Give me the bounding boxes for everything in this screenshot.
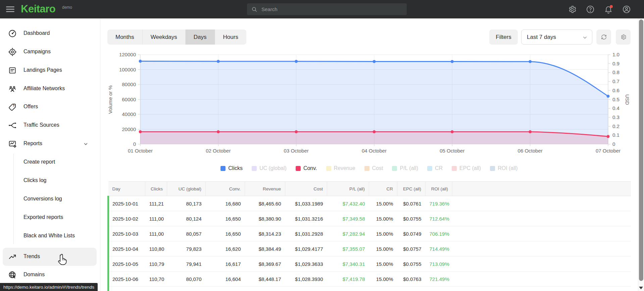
conv--point bbox=[295, 130, 298, 133]
cell-revenue: $8,314.23 bbox=[245, 226, 285, 241]
sidebar-item-affiliate-networks[interactable]: Affiliate Networks bbox=[0, 80, 100, 98]
tab-months[interactable]: Months bbox=[107, 30, 143, 45]
settings-gear-icon[interactable] bbox=[567, 5, 577, 14]
cell-clicks: 110,80 bbox=[145, 241, 167, 256]
legend-item-p-l-all-[interactable]: P/L (all) bbox=[392, 165, 418, 171]
sidebar-item-landings-pages[interactable]: Landings Pages bbox=[0, 61, 100, 79]
legend-item-uc-global-[interactable]: UC (global) bbox=[252, 165, 287, 171]
svg-text:07 October: 07 October bbox=[596, 148, 621, 154]
sidebar-item-clicks-log[interactable]: Clicks log bbox=[0, 172, 100, 190]
cell-revenue: $1,222.24 bbox=[245, 287, 285, 291]
cell-clicks: 11,40 bbox=[145, 287, 167, 291]
legend-item-conv-[interactable]: Conv. bbox=[296, 165, 317, 171]
sidebar-item-offers[interactable]: $Offers bbox=[0, 98, 100, 116]
help-icon[interactable] bbox=[586, 5, 595, 14]
legend-label: P/L (all) bbox=[400, 165, 418, 171]
chart-settings-button[interactable] bbox=[616, 30, 631, 45]
refresh-button[interactable] bbox=[596, 30, 611, 45]
legend-item-revenue[interactable]: Revenue bbox=[326, 165, 355, 171]
cell-conv-: 16,650 bbox=[206, 226, 245, 241]
cell-cost: $1,029.3633 bbox=[285, 256, 327, 272]
svg-text:0: 0 bbox=[133, 141, 136, 147]
sidebar-item-label: Exported reports bbox=[23, 214, 63, 220]
clicks-point bbox=[139, 60, 142, 63]
sidebar-item-label: Conversions log bbox=[23, 196, 62, 202]
cell-cr: 15.00% bbox=[369, 272, 397, 287]
tab-days[interactable]: Days bbox=[186, 30, 215, 45]
cell-uc-global-: 79,941 bbox=[167, 256, 206, 272]
cell-conv-: 16,650 bbox=[206, 211, 245, 226]
sidebar-item-trends[interactable]: Trends bbox=[3, 248, 97, 266]
chevron-down-icon bbox=[582, 35, 588, 41]
sidebar-item-label: Domains bbox=[23, 272, 45, 278]
granularity-tabs: MonthsWeekdaysDaysHours bbox=[107, 30, 246, 45]
clicks-point bbox=[373, 60, 376, 63]
svg-text:40000: 40000 bbox=[122, 111, 136, 117]
app-window: Keitaro demo DashboardCampaignsLandings … bbox=[0, 0, 644, 291]
cell-epc-all-: $0.0761 bbox=[397, 196, 426, 211]
user-icon[interactable] bbox=[622, 5, 631, 14]
sidebar-item-domains[interactable]: Domains bbox=[0, 266, 100, 284]
cell-clicks: 111,21 bbox=[145, 196, 167, 211]
hamburger-menu-button[interactable] bbox=[6, 5, 15, 13]
cell-day: 2025-10-06 bbox=[108, 272, 145, 287]
bell-icon[interactable] bbox=[604, 5, 613, 14]
trends-icon bbox=[8, 252, 17, 261]
sidebar-item-exported-reports[interactable]: Exported reports bbox=[0, 209, 100, 227]
filters-button[interactable]: Filters bbox=[489, 30, 518, 45]
cell-day: 2025-10-02 bbox=[108, 211, 145, 226]
cell-cr: 15.00% bbox=[369, 241, 397, 256]
column-header-p-l-all-: P/L (all) bbox=[327, 182, 369, 196]
legend-label: Conv. bbox=[303, 165, 317, 171]
svg-text:1.0: 1.0 bbox=[612, 52, 620, 57]
vertical-scrollbar-thumb[interactable] bbox=[639, 19, 643, 281]
sidebar-item-campaigns[interactable]: Campaigns bbox=[0, 43, 100, 61]
clicks-point bbox=[295, 60, 298, 63]
date-range-value: Last 7 days bbox=[527, 34, 556, 41]
legend-item-clicks[interactable]: Clicks bbox=[220, 165, 243, 171]
svg-text:01 October: 01 October bbox=[128, 148, 153, 154]
date-range-select[interactable]: Last 7 days bbox=[521, 30, 592, 45]
sidebar-item-reports[interactable]: Reports bbox=[0, 135, 100, 153]
conv--point bbox=[373, 130, 376, 133]
legend-item-roi-all-[interactable]: ROI (all) bbox=[490, 165, 518, 171]
keitaro-logo[interactable]: Keitaro bbox=[21, 3, 55, 15]
search-input[interactable] bbox=[261, 6, 407, 12]
legend-item-cost[interactable]: Cost bbox=[364, 165, 383, 171]
cell-day: 2025-10-05 bbox=[108, 256, 145, 272]
svg-text:100000: 100000 bbox=[119, 67, 136, 72]
table-row: 2025-10-03111,0080,05716,650$8,314.23$1,… bbox=[108, 226, 631, 241]
scrollbar-down-arrow[interactable] bbox=[639, 287, 643, 289]
svg-text:80000: 80000 bbox=[122, 81, 136, 87]
conv--point bbox=[607, 135, 610, 138]
legend-swatch bbox=[490, 166, 495, 171]
sidebar-item-label: Black and White Lists bbox=[23, 233, 75, 239]
cell-roi-all-: 706.19% bbox=[426, 226, 452, 241]
sidebar-item-traffic-sources[interactable]: Traffic Sources bbox=[0, 116, 100, 134]
legend-item-epc-all-[interactable]: EPC (all) bbox=[452, 165, 481, 171]
table-row: 2025-10-05110,7979,94116,617$8,369.67$1,… bbox=[108, 256, 631, 272]
chevron-down-icon bbox=[83, 141, 89, 148]
cell-epc-all-: $0.0757 bbox=[397, 241, 426, 256]
legend-item-cr[interactable]: CR bbox=[427, 165, 443, 171]
tab-weekdays[interactable]: Weekdays bbox=[143, 30, 186, 45]
campaigns-icon bbox=[8, 48, 17, 56]
sidebar-item-create-report[interactable]: Create report bbox=[0, 153, 100, 171]
sidebar-item-label: Create report bbox=[23, 159, 55, 165]
legend-swatch bbox=[296, 166, 301, 171]
cell-epc-all-: $0.0746 bbox=[397, 287, 426, 291]
table-row: 2025-10-06110,7080,07016,604$8,448.17$1,… bbox=[108, 272, 631, 287]
sidebar-item-dashboard[interactable]: Dashboard bbox=[0, 24, 100, 43]
sidebar-item-black-and-white-lists[interactable]: Black and White Lists bbox=[0, 227, 100, 245]
cell-roi-all-: 713.09% bbox=[426, 256, 452, 272]
cell-epc-all-: $0.0749 bbox=[397, 226, 426, 241]
cell-uc-global-: 79,823 bbox=[167, 241, 206, 256]
svg-text:0: 0 bbox=[612, 141, 615, 147]
svg-text:60000: 60000 bbox=[122, 97, 136, 102]
cell-revenue: $8,465.60 bbox=[245, 196, 285, 211]
sidebar-item-conversions-log[interactable]: Conversions log bbox=[0, 190, 100, 208]
affiliate-networks-icon bbox=[8, 84, 17, 93]
trends-chart: 02000040000600008000010000012000000.10.2… bbox=[107, 49, 631, 161]
tab-hours[interactable]: Hours bbox=[215, 30, 246, 45]
trends-table: DayClicksUC (global)Conv.RevenueCostP/L … bbox=[107, 181, 631, 291]
